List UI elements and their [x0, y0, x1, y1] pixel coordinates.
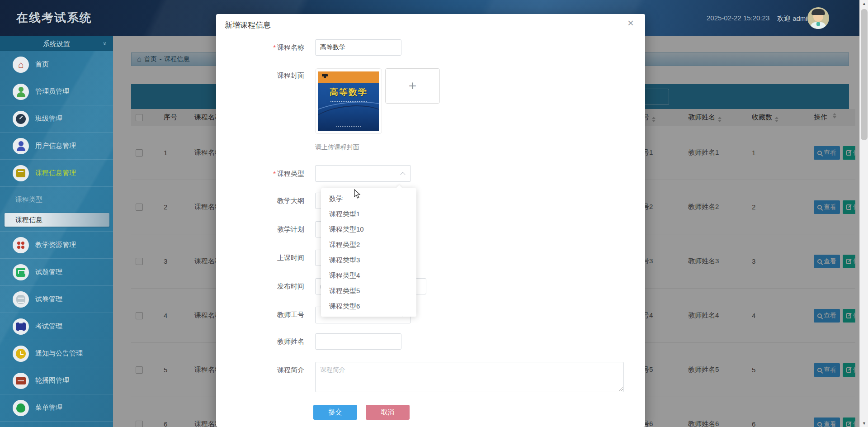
course-type-select[interactable]	[315, 165, 411, 182]
welcome-text: 欢迎 admin	[777, 14, 811, 23]
course-icon	[13, 165, 29, 181]
notice-icon	[13, 346, 29, 362]
add-course-modal: 新增课程信息 × *课程名称 课程封面 高等数学 + 请上传课程封面 *课程类型	[216, 14, 645, 427]
class-icon	[13, 111, 29, 127]
admin-icon	[13, 84, 29, 100]
dropdown-option[interactable]: 课程类型10	[321, 222, 416, 237]
dropdown-option[interactable]: 数学	[321, 191, 416, 206]
submit-button[interactable]: 提交	[313, 405, 357, 420]
header-datetime: 2025-02-22 15:20:23	[707, 14, 769, 22]
dropdown-option[interactable]: 课程类型6	[321, 299, 416, 314]
sidebar-item-resource[interactable]: 教学资源管理	[0, 232, 113, 259]
app-title: 在线考试系统	[16, 10, 92, 26]
course-type-dropdown: 数学课程类型1课程类型10课程类型2课程类型3课程类型4课程类型5课程类型6	[321, 188, 416, 317]
sidebar-item-notice[interactable]: 通知与公告管理	[0, 340, 113, 367]
collapse-chevron-icon: «	[97, 42, 112, 45]
book-cover-image: 高等数学	[318, 71, 379, 131]
avatar-hair	[811, 9, 825, 15]
scrollbar-down-arrow[interactable]: ▼	[860, 421, 868, 426]
sidebar-item-exam[interactable]: 考试管理	[0, 313, 113, 340]
sidebar-item-user[interactable]: 用户信息管理	[0, 133, 113, 160]
dropdown-option[interactable]: 课程类型4	[321, 268, 416, 283]
sidebar-item-course[interactable]: 课程信息管理	[0, 160, 113, 187]
course-intro-wrap	[315, 362, 624, 392]
dropdown-option[interactable]: 课程类型5	[321, 283, 416, 299]
page-scrollbar[interactable]: ▲ ▼	[859, 0, 868, 427]
menu-icon	[13, 400, 29, 416]
field-label-teaching-plan: 教学计划	[225, 225, 304, 234]
sidebar-item-menu[interactable]: 菜单管理	[0, 394, 113, 422]
scrollbar-up-arrow[interactable]: ▲	[860, 1, 868, 6]
dropdown-option[interactable]: 课程类型2	[321, 237, 416, 252]
sidebar-item-question[interactable]: 试题管理	[0, 259, 113, 286]
sidebar-item-paper[interactable]: 试卷管理	[0, 286, 113, 313]
field-label-course-name: *课程名称	[225, 43, 304, 52]
sidebar-menu: 首页管理员管理班级管理用户信息管理课程信息管理课程类型课程信息教学资源管理试题管…	[0, 51, 113, 422]
cover-upload-button[interactable]: +	[385, 68, 440, 104]
question-icon	[13, 264, 29, 280]
field-label-publish-time: 发布时间	[225, 282, 304, 291]
field-label-course-cover: 课程封面	[225, 71, 304, 80]
page: 在线考试系统 2025-02-22 15:20:23 欢迎 admin 系统设置…	[0, 0, 868, 427]
exam-icon	[13, 318, 29, 335]
graduation-cap-icon	[322, 74, 328, 76]
modal-title: 新增课程信息	[225, 20, 271, 30]
sidebar-item-home[interactable]: 首页	[0, 51, 113, 78]
modal-close-icon[interactable]: ×	[627, 18, 634, 28]
course-cover-preview[interactable]: 高等数学	[315, 68, 382, 134]
user-icon	[13, 138, 29, 154]
home-icon	[13, 57, 29, 73]
teacher-name-input[interactable]	[315, 333, 401, 350]
field-label-course-type: *课程类型	[225, 169, 304, 178]
dropdown-option[interactable]: 课程类型1	[321, 206, 416, 222]
field-label-course-intro: 课程简介	[225, 365, 304, 375]
sidebar-item-admin[interactable]: 管理员管理	[0, 78, 113, 105]
cover-upload-hint: 请上传课程封面	[315, 143, 359, 152]
course-intro-textarea[interactable]	[315, 362, 624, 392]
course-name-input[interactable]	[315, 39, 401, 56]
field-label-teacher-no: 教师工号	[225, 310, 304, 319]
chevron-up-icon	[400, 172, 405, 177]
dropdown-option[interactable]: 课程类型3	[321, 252, 416, 268]
sidebar-item-class[interactable]: 班级管理	[0, 105, 113, 133]
avatar-collar	[816, 22, 820, 26]
plus-icon: +	[409, 78, 417, 94]
field-label-syllabus: 教学大纲	[225, 196, 304, 205]
paper-icon	[13, 291, 29, 308]
sidebar-submenu: 课程类型课程信息	[0, 187, 113, 232]
sidebar-section-system-settings[interactable]: 系统设置 «	[0, 36, 113, 51]
sidebar: 系统设置 « 首页管理员管理班级管理用户信息管理课程信息管理课程类型课程信息教学…	[0, 36, 113, 427]
field-label-teacher-name: 教师姓名	[225, 337, 304, 346]
field-label-class-time: 上课时间	[225, 253, 304, 262]
banner-icon	[13, 373, 29, 389]
sidebar-item-banner[interactable]: 轮播图管理	[0, 367, 113, 394]
scrollbar-thumb[interactable]	[861, 9, 868, 140]
avatar[interactable]	[807, 7, 829, 29]
sidebar-subitem[interactable]: 课程信息	[5, 213, 109, 227]
sidebar-subitem[interactable]: 课程类型	[0, 187, 113, 212]
cancel-button[interactable]: 取消	[366, 405, 410, 420]
resource-icon	[13, 237, 29, 253]
book-cover-title: 高等数学	[318, 86, 379, 98]
